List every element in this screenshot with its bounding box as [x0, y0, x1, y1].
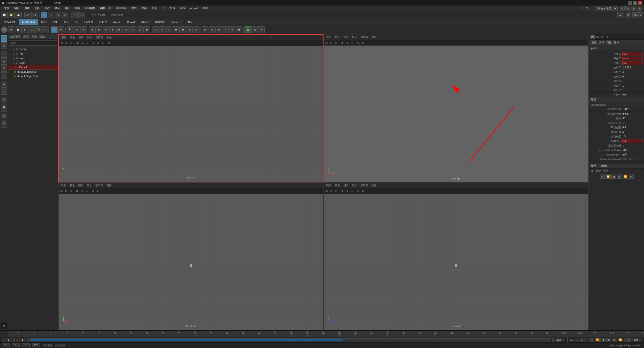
tree-item-persp[interactable]: ▷ 🎥 persp [8, 47, 58, 51]
tab-sculpt[interactable]: 雕刻 [38, 19, 49, 25]
tb-open[interactable]: 📂 [8, 12, 15, 18]
tb-zoom[interactable]: 🔍 [67, 26, 73, 33]
render-select[interactable]: 默认 [632, 12, 643, 18]
vp-shade-top[interactable]: 着色 [68, 35, 76, 40]
tb-cone[interactable]: ▲ [21, 26, 28, 33]
vpt-icon10[interactable]: ⊞ [107, 41, 111, 45]
tb-icon-i[interactable]: ✕ [258, 26, 265, 33]
tb-undo[interactable]: ↩ [24, 12, 31, 18]
vp-renderer-persp[interactable]: 渲染器 [359, 35, 370, 39]
tab-custom[interactable]: 自定义 [96, 19, 110, 25]
attr-val-tx[interactable]: NaN [622, 52, 642, 56]
tb-separate[interactable]: ⊟ [96, 26, 102, 33]
tb-icon-g[interactable]: ◈ [229, 26, 235, 33]
pb-stop-btn[interactable]: ■ [606, 338, 611, 342]
tb-cube[interactable]: ■ [8, 26, 14, 33]
attr-val-sx[interactable]: 1 [622, 80, 642, 83]
menu-uv[interactable]: UV [159, 6, 167, 10]
tree-item-side[interactable]: ▷ 🎥 side [8, 60, 58, 65]
tab-xgen[interactable]: XGen [184, 20, 197, 24]
outliner-show-menu[interactable]: 展示 [23, 35, 29, 39]
pb-fwd-btn[interactable]: ▶ [612, 338, 617, 342]
tb-torus[interactable]: ◯ [35, 26, 42, 33]
menu-deform[interactable]: 变形 [149, 6, 159, 11]
range-start-input[interactable] [2, 338, 15, 342]
close-button[interactable]: ✕ [638, 1, 642, 5]
tb-select-box[interactable]: ⊡ [51, 26, 58, 33]
workspace-icon4[interactable]: ▦ [637, 6, 642, 11]
vp-light-side[interactable]: 照明 [342, 183, 350, 187]
tab-curves-surfaces[interactable]: 曲线/曲面 [1, 19, 18, 25]
menu-mesh-tools[interactable]: 网格工具 [98, 6, 113, 11]
attr-val-sy[interactable]: 1 [622, 84, 642, 87]
range-slider[interactable] [30, 338, 551, 341]
pb-end-btn[interactable]: ⏭ [624, 338, 629, 342]
lmt-select[interactable]: ↖ [1, 35, 7, 42]
attr-val-haperture[interactable]: 1.417 [622, 108, 642, 111]
vpt-icon9[interactable]: ⊙ [101, 41, 105, 45]
menu-edit[interactable]: 编辑 [12, 6, 22, 11]
workspace-icon2[interactable]: ▤ [625, 6, 630, 11]
tree-item-front[interactable]: ▷ 🎥 front [8, 56, 58, 60]
vp-show-persp[interactable]: 显示 [350, 35, 358, 39]
rp-tab-object[interactable]: 对 [600, 35, 605, 39]
attr-val-lensq[interactable]: 1 [622, 122, 642, 124]
pb-end-input[interactable] [629, 338, 642, 342]
vp-panel-front[interactable]: 面板 [105, 183, 113, 187]
tb-smooth[interactable]: ◈ [109, 26, 116, 33]
vpp-icon1[interactable]: 🎥 [324, 41, 329, 45]
tb-snap2[interactable]: ⊗ [80, 26, 87, 33]
vpt-icon3[interactable]: ◎ [69, 41, 73, 45]
maximize-button[interactable]: □ [633, 1, 637, 5]
vpf-icon6[interactable]: ◇ [85, 189, 89, 193]
attr-shape-section[interactable]: 形状 [589, 97, 644, 102]
tb-inset[interactable]: ◻ [137, 26, 143, 33]
lmt-tool8[interactable]: ⬡ [1, 97, 7, 103]
lmt-tool2[interactable]: ↕ [1, 51, 7, 58]
tb-multi-cut[interactable]: ✂ [159, 26, 166, 33]
vp-show-side[interactable]: 显示 [350, 183, 358, 187]
tb-icon-f[interactable]: ⊜ [193, 26, 199, 33]
attr-val-fl[interactable]: 35 [622, 117, 642, 120]
attr-val-ai-dof[interactable]: 禁用 [622, 153, 642, 157]
tab-mash[interactable]: MASH [138, 20, 151, 24]
attr-val-vaperture[interactable]: 0.945 [622, 112, 642, 115]
menu-generate[interactable]: 生成 [168, 6, 177, 11]
status-val-4[interactable]: 120 [32, 343, 40, 347]
timeline-numbers[interactable]: 1369121518212427303336394245485154576063… [8, 331, 644, 337]
vps-icon7[interactable]: ⊕ [356, 189, 360, 193]
attr-menu-display[interactable]: 显示 [614, 41, 619, 44]
status-val-2[interactable]: 1 [12, 343, 20, 347]
rp-tab-channels[interactable]: 通 [590, 35, 595, 39]
attr-val-mb[interactable]: Use Glo... [622, 158, 642, 161]
workspace-icon3[interactable]: ▥ [631, 6, 636, 11]
attr-menu-channel[interactable]: 通道 [591, 41, 597, 44]
lmt-tool10[interactable]: ▤ [1, 113, 7, 119]
pb-next-frame[interactable]: ▶ [617, 174, 622, 179]
pb-first[interactable]: ⏮ [600, 174, 605, 179]
pb-start-btn[interactable]: ⏮ [589, 338, 594, 342]
tb-icon-e[interactable]: ⊛ [186, 26, 193, 33]
tb-icon-h[interactable]: ⬟ [236, 26, 242, 33]
tb-icon5[interactable]: □ [71, 12, 78, 18]
lmt-tool5[interactable]: ⤢ [1, 72, 7, 79]
vp-shade-side[interactable]: 着色 [333, 183, 341, 187]
vps-icon2[interactable]: ⊞ [329, 189, 334, 193]
lmt-tool3[interactable]: ↔ [1, 58, 7, 65]
vp-renderer-front[interactable]: 渲染器 [94, 183, 104, 187]
lmt-tool9[interactable]: ⬢ [1, 104, 7, 110]
vp-renderer-top[interactable]: 渲染器 [94, 35, 105, 40]
vpp-icon3[interactable]: ◎ [334, 41, 338, 45]
vpf-icon7[interactable]: ⊕ [91, 189, 95, 193]
menu-arnold[interactable]: Arnold [188, 6, 200, 10]
tb-bevel[interactable]: ◇ [130, 26, 136, 33]
vpf-icon5[interactable]: ◈ [80, 189, 84, 193]
tab-animation[interactable]: 动画 [61, 19, 72, 25]
lmt-tool4[interactable]: ↻ [1, 65, 7, 72]
menu-mesh[interactable]: 网格 [72, 6, 82, 11]
vpp-icon2[interactable]: ⊞ [329, 41, 334, 45]
vps-icon4[interactable]: ▩ [340, 189, 345, 193]
vp-renderer-side[interactable]: 渲染器 [359, 183, 370, 187]
tree-arrow-side[interactable]: ▷ [13, 61, 15, 64]
vp-light-top[interactable]: 照明 [77, 35, 85, 40]
